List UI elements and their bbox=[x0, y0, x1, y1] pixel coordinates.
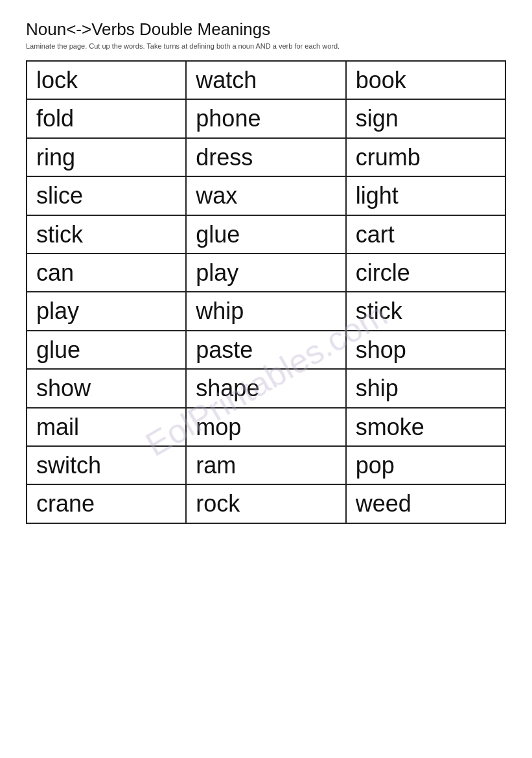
word-cell: mail bbox=[27, 408, 186, 446]
word-cell: ram bbox=[186, 446, 345, 484]
word-cell: stick bbox=[346, 292, 505, 330]
table-row: gluepasteshop bbox=[27, 331, 505, 369]
word-cell: rock bbox=[186, 484, 345, 523]
word-cell: phone bbox=[186, 99, 345, 137]
word-cell: dress bbox=[186, 138, 345, 176]
word-cell: glue bbox=[27, 331, 186, 369]
word-cell: sign bbox=[346, 99, 505, 137]
word-cell: watch bbox=[186, 61, 345, 99]
table-row: playwhipstick bbox=[27, 292, 505, 330]
word-cell: show bbox=[27, 369, 186, 407]
word-cell: mop bbox=[186, 408, 345, 446]
word-cell: crane bbox=[27, 484, 186, 523]
table-row: lockwatchbook bbox=[27, 61, 505, 99]
table-row: foldphonesign bbox=[27, 99, 505, 137]
word-cell: light bbox=[346, 176, 505, 215]
word-cell: book bbox=[346, 61, 505, 99]
table-row: cranerockweed bbox=[27, 484, 505, 523]
word-cell: smoke bbox=[346, 408, 505, 446]
word-cell: can bbox=[27, 254, 186, 292]
word-cell: wax bbox=[186, 176, 345, 215]
word-cell: weed bbox=[346, 484, 505, 523]
word-cell: glue bbox=[186, 215, 345, 254]
word-cell: ring bbox=[27, 138, 186, 176]
page-title: Noun<->Verbs Double Meanings bbox=[26, 19, 506, 40]
table-row: switchrampop bbox=[27, 446, 505, 484]
word-cell: crumb bbox=[346, 138, 505, 176]
word-cell: play bbox=[27, 292, 186, 330]
table-row: showshapeship bbox=[27, 369, 505, 407]
table-row: mailmopsmoke bbox=[27, 408, 505, 446]
word-cell: pop bbox=[346, 446, 505, 484]
word-cell: play bbox=[186, 254, 345, 292]
word-cell: shop bbox=[346, 331, 505, 369]
word-table: lockwatchbookfoldphonesignringdresscrumb… bbox=[26, 60, 506, 524]
word-cell: switch bbox=[27, 446, 186, 484]
word-cell: slice bbox=[27, 176, 186, 215]
word-cell: fold bbox=[27, 99, 186, 137]
word-cell: lock bbox=[27, 61, 186, 99]
table-row: stickgluecart bbox=[27, 215, 505, 254]
subtitle: Laminate the page. Cut up the words. Tak… bbox=[26, 42, 506, 50]
table-row: ringdresscrumb bbox=[27, 138, 505, 176]
word-cell: ship bbox=[346, 369, 505, 407]
word-cell: stick bbox=[27, 215, 186, 254]
word-cell: circle bbox=[346, 254, 505, 292]
word-cell: shape bbox=[186, 369, 345, 407]
word-cell: cart bbox=[346, 215, 505, 254]
table-row: slicewaxlight bbox=[27, 176, 505, 215]
word-cell: whip bbox=[186, 292, 345, 330]
word-cell: paste bbox=[186, 331, 345, 369]
table-row: canplaycircle bbox=[27, 254, 505, 292]
